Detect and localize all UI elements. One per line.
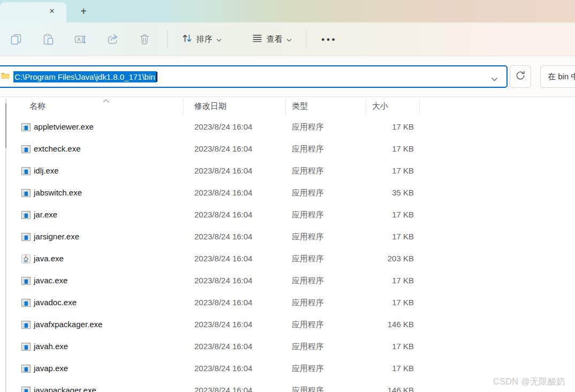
refresh-icon <box>515 70 526 84</box>
app-window-icon <box>21 364 31 373</box>
address-dropdown-chevron-icon[interactable] <box>491 74 498 84</box>
column-header-size[interactable]: 大小 <box>372 101 388 111</box>
file-name: javafxpackager.exe <box>34 320 102 329</box>
app-window-icon <box>21 320 31 329</box>
file-type: 应用程序 <box>292 122 324 132</box>
file-size: 17 KB <box>355 122 414 131</box>
file-type: 应用程序 <box>292 166 324 176</box>
table-row[interactable]: appletviewer.exe 2023/8/24 16:04 应用程序 17… <box>0 116 575 138</box>
table-row[interactable]: jabswitch.exe 2023/8/24 16:04 应用程序 35 KB <box>0 182 575 204</box>
file-size: 203 KB <box>355 254 414 263</box>
file-type: 应用程序 <box>292 364 324 374</box>
file-size: 35 KB <box>355 188 414 197</box>
java-cup-icon <box>21 254 31 263</box>
toolbar-separator <box>306 30 306 48</box>
table-row[interactable]: jar.exe 2023/8/24 16:04 应用程序 17 KB <box>0 204 575 226</box>
file-size: 17 KB <box>355 166 414 175</box>
address-bar[interactable]: C:\Program Files\Java\jdk1.8.0_171\bin <box>0 65 508 88</box>
file-type: 应用程序 <box>292 210 324 220</box>
delete-icon <box>138 33 151 46</box>
file-size: 17 KB <box>355 232 414 241</box>
chevron-down-icon <box>216 34 222 44</box>
table-row[interactable]: javafxpackager.exe 2023/8/24 16:04 应用程序 … <box>0 314 575 336</box>
file-size: 17 KB <box>355 364 414 373</box>
sort-icon <box>181 33 193 46</box>
paste-button[interactable] <box>36 28 60 50</box>
table-row[interactable]: jarsigner.exe 2023/8/24 16:04 应用程序 17 KB <box>0 226 575 248</box>
file-date: 2023/8/24 16:04 <box>194 122 252 131</box>
file-name: javap.exe <box>34 364 68 373</box>
table-row[interactable]: javap.exe 2023/8/24 16:04 应用程序 17 KB <box>0 358 575 380</box>
file-name: jarsigner.exe <box>34 232 79 241</box>
file-name: javac.exe <box>34 276 67 285</box>
file-size: 17 KB <box>355 276 414 285</box>
file-date: 2023/8/24 16:04 <box>194 276 252 285</box>
file-type: 应用程序 <box>292 298 324 308</box>
table-row[interactable]: javapackager.exe 2023/8/24 16:04 应用程序 14… <box>0 380 575 392</box>
copy-button[interactable] <box>4 28 28 50</box>
file-size: 17 KB <box>355 298 414 307</box>
refresh-button[interactable] <box>510 65 531 88</box>
chevron-down-icon <box>286 34 292 44</box>
file-date: 2023/8/24 16:04 <box>194 210 252 219</box>
column-header-name[interactable]: 名称 <box>29 101 46 111</box>
explorer-window: × + <box>0 0 575 392</box>
column-header-date-modified[interactable]: 修改日期 <box>194 101 226 111</box>
file-type: 应用程序 <box>292 232 324 242</box>
search-input[interactable]: 在 bin 中 <box>540 65 575 88</box>
table-row[interactable]: javadoc.exe 2023/8/24 16:04 应用程序 17 KB <box>0 292 575 314</box>
view-button[interactable]: 查看 <box>244 28 299 50</box>
file-list: appletviewer.exe 2023/8/24 16:04 应用程序 17… <box>0 116 575 392</box>
column-header-type[interactable]: 类型 <box>292 101 308 111</box>
rename-icon <box>74 33 87 46</box>
tab-bar: × + <box>0 0 575 22</box>
column-divider[interactable] <box>285 99 286 115</box>
file-type: 应用程序 <box>292 342 324 352</box>
address-path-selected: C:\Program Files\Java\jdk1.8.0_171\bin <box>13 71 156 82</box>
table-row[interactable]: javac.exe 2023/8/24 16:04 应用程序 17 KB <box>0 270 575 292</box>
file-size: 146 KB <box>355 320 414 329</box>
watermark-text: CSDN @无限酸奶 <box>493 376 565 388</box>
file-name: extcheck.exe <box>34 144 81 153</box>
sort-ascending-icon <box>103 95 109 105</box>
file-date: 2023/8/24 16:04 <box>194 144 252 153</box>
share-button[interactable] <box>101 28 124 50</box>
file-date: 2023/8/24 16:04 <box>194 254 252 263</box>
app-window-icon <box>21 123 31 132</box>
file-type: 应用程序 <box>292 276 324 286</box>
table-row[interactable]: java.exe 2023/8/24 16:04 应用程序 203 KB <box>0 248 575 270</box>
app-window-icon <box>21 276 31 285</box>
share-icon <box>106 33 119 46</box>
app-window-icon <box>21 342 31 351</box>
tab-close-button[interactable]: × <box>44 4 59 19</box>
rename-button[interactable] <box>69 28 92 50</box>
file-size: 17 KB <box>355 144 414 153</box>
column-divider[interactable] <box>419 99 420 115</box>
sort-button[interactable]: 排序 <box>174 28 229 50</box>
column-header-row: 名称 修改日期 类型 大小 <box>0 97 575 116</box>
column-divider[interactable] <box>366 99 366 115</box>
app-window-icon <box>21 145 31 154</box>
file-type: 应用程序 <box>292 144 324 154</box>
paste-icon <box>42 33 55 46</box>
view-icon <box>252 33 263 46</box>
table-row[interactable]: extcheck.exe 2023/8/24 16:04 应用程序 17 KB <box>0 138 575 160</box>
folder-icon <box>1 71 10 82</box>
file-name: idlj.exe <box>34 166 59 175</box>
file-size: 17 KB <box>355 342 414 351</box>
file-name: jabswitch.exe <box>34 188 82 197</box>
table-row[interactable]: javah.exe 2023/8/24 16:04 应用程序 17 KB <box>0 336 575 358</box>
app-window-icon <box>21 232 31 242</box>
file-type: 应用程序 <box>292 320 324 330</box>
app-window-icon <box>21 298 31 307</box>
more-options-button[interactable]: ●●● <box>313 28 345 50</box>
delete-button[interactable] <box>133 28 156 50</box>
app-window-icon <box>21 210 31 220</box>
file-name: javapackager.exe <box>34 386 96 392</box>
file-name: javah.exe <box>34 342 68 351</box>
file-date: 2023/8/24 16:04 <box>194 188 252 197</box>
search-placeholder: 在 bin 中 <box>548 72 575 82</box>
new-tab-button[interactable]: + <box>75 3 92 19</box>
column-divider[interactable] <box>183 99 184 115</box>
table-row[interactable]: idlj.exe 2023/8/24 16:04 应用程序 17 KB <box>0 160 575 182</box>
